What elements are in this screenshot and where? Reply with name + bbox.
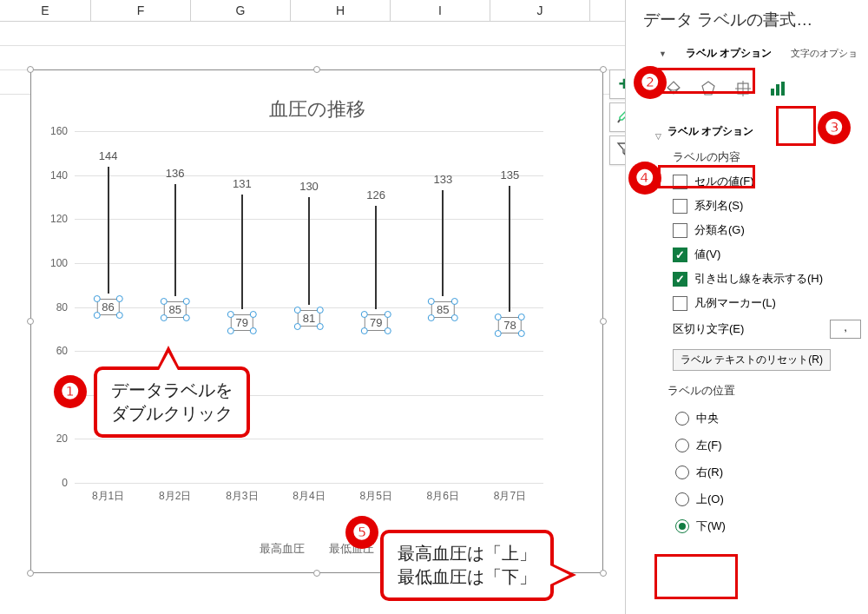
radio-label: 左(F) <box>696 438 722 453</box>
y-axis-tick: 60 <box>42 345 68 357</box>
x-axis-tick: 8月1日 <box>92 489 124 504</box>
data-label-low[interactable]: 78 <box>498 317 521 333</box>
annotation-number-2: ❷ <box>634 66 667 99</box>
separator-label: 区切り文字(E) <box>673 321 744 337</box>
radio-icon <box>675 465 689 479</box>
high-low-line[interactable] <box>509 186 510 311</box>
callout-1: データラベルを ダブルクリック <box>94 366 250 438</box>
highlight-box-3 <box>776 106 816 146</box>
checkbox-series-name[interactable]: 系列名(S) <box>673 198 861 214</box>
col-header-f[interactable]: F <box>91 0 191 21</box>
svg-rect-5 <box>781 82 785 96</box>
x-axis-tick: 8月2日 <box>159 489 191 504</box>
annotation-number-4: ❹ <box>628 162 661 195</box>
col-header-h[interactable]: H <box>291 0 391 21</box>
radio-right[interactable]: 右(R) <box>673 463 861 482</box>
tab-text-options[interactable]: 文字のオプショ <box>791 47 858 60</box>
data-label-low[interactable]: 81 <box>298 310 320 327</box>
y-axis-tick: 100 <box>42 257 68 269</box>
highlight-box-4 <box>658 165 755 188</box>
y-axis-tick: 20 <box>42 432 68 445</box>
x-axis-tick: 8月5日 <box>359 489 391 504</box>
section-label-position: ラベルの位置 <box>667 383 861 399</box>
callout-line: 最低血圧は「下」 <box>398 565 536 589</box>
data-label-high[interactable]: 135 <box>501 168 520 182</box>
x-axis-tick: 8月7日 <box>494 489 526 504</box>
radio-left[interactable]: 左(F) <box>673 436 861 455</box>
high-low-line[interactable] <box>308 197 310 305</box>
annotation-number-3: ❸ <box>818 111 851 144</box>
section-label-content: ラベルの内容 <box>673 149 861 165</box>
checkbox-icon <box>673 248 687 262</box>
col-header-e[interactable]: E <box>0 0 91 21</box>
data-label-high[interactable]: 131 <box>233 177 252 190</box>
high-low-line[interactable] <box>174 184 176 296</box>
x-axis-tick: 8月4日 <box>293 489 325 504</box>
y-axis-tick: 120 <box>42 213 68 225</box>
svg-rect-3 <box>771 89 774 96</box>
radio-icon <box>675 439 689 452</box>
callout-line: ダブルクリック <box>111 402 233 426</box>
legend-item-1[interactable]: 最高血圧 <box>260 542 305 555</box>
data-label-high[interactable]: 133 <box>433 173 452 186</box>
expand-icon[interactable]: ▼ <box>659 50 667 58</box>
checkbox-label: 系列名(S) <box>694 198 743 214</box>
checkbox-value[interactable]: 値(V) <box>673 247 861 262</box>
chart-title[interactable]: 血圧の推移 <box>31 96 602 122</box>
radio-icon <box>675 519 689 533</box>
checkbox-category-name[interactable]: 分類名(G) <box>673 222 861 238</box>
radio-label: 中央 <box>696 411 719 426</box>
highlight-box-radios <box>654 554 738 599</box>
x-axis-tick: 8月6日 <box>427 489 459 504</box>
radio-center[interactable]: 中央 <box>673 409 861 428</box>
chart[interactable]: 血圧の推移 0204060801001201401608月1日8月2日8月3日8… <box>30 69 603 573</box>
data-label-low[interactable]: 85 <box>163 301 186 318</box>
data-label-high[interactable]: 144 <box>99 149 118 162</box>
checkbox-label: 分類名(G) <box>694 222 745 238</box>
annotation-number-1: ❶ <box>54 375 87 408</box>
data-label-low[interactable]: 86 <box>96 299 119 315</box>
data-label-high[interactable]: 136 <box>166 167 185 180</box>
high-low-line[interactable] <box>442 190 444 296</box>
tab-label-options[interactable]: ラベル オプション <box>682 43 775 63</box>
checkbox-leader-lines[interactable]: 引き出し線を表示する(H) <box>673 271 861 287</box>
y-axis-tick: 0 <box>42 477 68 489</box>
high-low-line[interactable] <box>108 167 109 294</box>
high-low-line[interactable] <box>241 195 243 309</box>
collapse-icon[interactable]: ▽ <box>655 132 661 141</box>
y-axis-tick: 140 <box>42 169 68 182</box>
section-label-options[interactable]: ラベル オプション <box>665 122 756 141</box>
high-low-line[interactable] <box>375 206 377 309</box>
separator-input[interactable]: , <box>830 320 861 339</box>
col-header-j[interactable]: J <box>490 0 590 21</box>
radio-label: 上(O) <box>696 492 724 507</box>
data-label-low[interactable]: 79 <box>365 314 387 331</box>
pane-title: データ ラベルの書式… <box>643 9 861 31</box>
reset-label-text-button[interactable]: ラベル テキストのリセット(R) <box>673 349 831 371</box>
radio-label: 下(W) <box>696 518 726 534</box>
data-label-high[interactable]: 130 <box>299 180 319 193</box>
callout-line: データラベルを <box>111 379 233 402</box>
svg-rect-4 <box>776 84 779 96</box>
data-label-low[interactable]: 85 <box>431 301 454 318</box>
label-options-icon[interactable] <box>766 77 789 100</box>
radio-below[interactable]: 下(W) <box>673 517 861 536</box>
y-axis-tick: 80 <box>42 301 68 314</box>
radio-icon <box>675 412 689 426</box>
highlight-box-2 <box>658 68 755 94</box>
checkbox-label: 引き出し線を表示する(H) <box>694 271 823 287</box>
col-header-i[interactable]: I <box>391 0 490 21</box>
callout-2: 最高血圧は「上」 最低血圧は「下」 <box>380 530 554 601</box>
callout-line: 最高血圧は「上」 <box>398 542 536 565</box>
checkbox-icon <box>673 199 687 214</box>
checkbox-legend-marker[interactable]: 凡例マーカー(L) <box>673 295 861 311</box>
annotation-number-5: ❺ <box>345 516 378 549</box>
col-header-g[interactable]: G <box>191 0 291 21</box>
checkbox-icon <box>673 296 687 311</box>
checkbox-icon <box>673 223 687 238</box>
checkbox-icon <box>673 272 687 287</box>
y-axis-tick: 160 <box>42 125 68 137</box>
radio-above[interactable]: 上(O) <box>673 490 861 509</box>
data-label-high[interactable]: 126 <box>366 188 385 201</box>
data-label-low[interactable]: 79 <box>231 314 253 331</box>
